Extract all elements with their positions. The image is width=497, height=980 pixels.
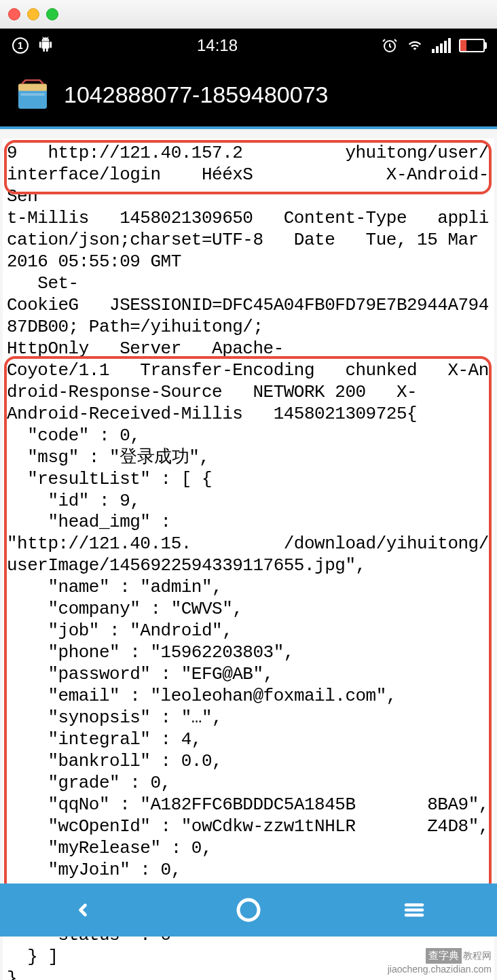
json-integral: "integral" : 4, (3, 729, 494, 751)
json-wcopenid: "wcOpenId" : "owCdkw-zzw1tNHLR Z4D8", (3, 816, 494, 838)
mac-titlebar (0, 0, 497, 29)
json-synopsis: "synopsis" : "…", (3, 707, 494, 729)
request-line: 9 http://121.40.157.2 yhuitong/user/inte… (3, 143, 494, 208)
android-status-bar: 1 14:18 (0, 29, 497, 63)
json-phone: "phone" : "15962203803", (3, 642, 494, 664)
notification-badge: 1 (12, 37, 29, 54)
http-log-content[interactable]: 9 http://121.40.157.2 yhuitong/user/inte… (3, 139, 494, 980)
headers-block-1: t-Millis 1458021309650 Content-Type appl… (3, 208, 494, 273)
back-button[interactable] (62, 890, 103, 930)
json-head-img-key: "head_img" : (3, 512, 494, 533)
json-myrelease: "myRelease" : 0, (3, 838, 494, 860)
signal-icon (432, 38, 451, 53)
wifi-icon (406, 39, 424, 52)
battery-icon (459, 39, 485, 52)
menu-button[interactable] (394, 890, 435, 930)
alarm-icon (382, 37, 398, 54)
debug-icon (38, 37, 53, 55)
json-qqno: "qqNo" : "A182FFC6BDDDC5A1845B 8BA9", (3, 794, 494, 816)
json-msg: "msg" : "登录成功", (3, 447, 494, 469)
bottom-nav (0, 883, 497, 937)
close-window-button[interactable] (8, 8, 20, 20)
json-password: "password" : "EFG@AB", (3, 664, 494, 686)
maximize-window-button[interactable] (46, 8, 58, 20)
watermark-label: 教程网 (463, 950, 492, 961)
home-button[interactable] (228, 890, 269, 930)
json-code: "code" : 0, (3, 425, 494, 447)
json-myjoin: "myJoin" : 0, (3, 860, 494, 881)
json-resultlist: "resultList" : [ { (3, 469, 494, 491)
json-grade: "grade" : 0, (3, 773, 494, 794)
folder-icon (14, 75, 52, 113)
status-clock: 14:18 (197, 36, 238, 55)
svg-rect-2 (18, 84, 47, 91)
svg-rect-3 (21, 93, 45, 96)
json-bankroll: "bankroll" : 0.0, (3, 751, 494, 773)
page-title: 1042888077-1859480073 (64, 82, 329, 108)
watermark: 查字典教程网 jiaocheng.chazidian.com (388, 948, 492, 975)
json-id: "id" : 9, (3, 491, 494, 512)
minimize-window-button[interactable] (27, 8, 39, 20)
watermark-brand: 查字典 (426, 948, 462, 964)
app-header: 1042888077-1859480073 (0, 63, 497, 129)
json-name: "name" : "admin", (3, 577, 494, 599)
json-email: "email" : "leoleohan@foxmail.com", (3, 686, 494, 707)
svg-point-4 (238, 900, 259, 920)
watermark-url: jiaocheng.chazidian.com (388, 964, 492, 975)
received-millis-line: Android-Received-Millis 1458021309725{ (3, 404, 494, 425)
json-company: "company" : "CWVS", (3, 599, 494, 620)
headers-block-2: Set- CookieG JSESSIONID=DFC45A04FB0FD79E… (3, 273, 494, 404)
json-job: "job" : "Android", (3, 620, 494, 642)
json-head-img-url: "http://121.40.15. /download/yihuitong/u… (3, 533, 494, 577)
